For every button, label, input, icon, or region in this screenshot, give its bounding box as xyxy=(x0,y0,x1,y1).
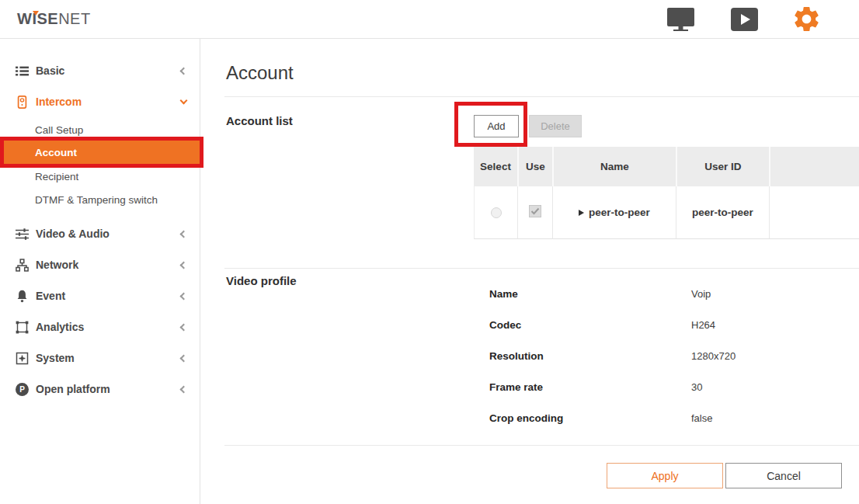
sidebar-subitem-dtmf-tampering[interactable]: DTMF & Tampering switch xyxy=(0,190,200,209)
use-cell xyxy=(517,186,552,239)
monitor-icon xyxy=(666,22,695,33)
add-button-wrap: Add xyxy=(474,115,519,137)
extra-cell xyxy=(769,186,859,239)
apply-button[interactable]: Apply xyxy=(607,463,723,488)
add-button[interactable]: Add xyxy=(474,115,519,137)
vp-row-crop-encoding: Crop encoding false xyxy=(489,410,691,426)
annotation-highlight-account xyxy=(0,137,203,168)
chevron-left-icon xyxy=(180,230,188,238)
sidebar-item-basic[interactable]: Basic xyxy=(0,61,200,81)
use-checkbox[interactable] xyxy=(529,205,541,217)
field-value: 1280x720 xyxy=(691,350,736,362)
field-label: Frame rate xyxy=(489,381,691,393)
section-divider xyxy=(224,268,859,269)
open-platform-icon: P xyxy=(16,383,29,396)
sidebar-item-intercom[interactable]: Intercom xyxy=(0,92,200,112)
sidebar-item-label: System xyxy=(36,352,75,364)
field-value: H264 xyxy=(691,319,715,331)
vp-row-resolution: Resolution 1280x720 xyxy=(489,348,691,363)
vp-row-frame-rate: Frame rate 30 xyxy=(489,379,691,395)
sidebar-subitem-label: Recipient xyxy=(35,171,78,182)
sidebar: Basic Intercom Call Setup Account Recipi… xyxy=(0,39,200,504)
sliders-icon xyxy=(16,228,29,241)
delete-button[interactable]: Delete xyxy=(529,115,582,137)
sidebar-subitem-recipient[interactable]: Recipient xyxy=(0,167,200,186)
playback-button[interactable] xyxy=(731,8,758,33)
expand-triangle-icon xyxy=(579,210,584,216)
video-profile-label: Video profile xyxy=(226,274,297,287)
chevron-left-icon xyxy=(180,385,188,393)
sidebar-item-label: Event xyxy=(36,290,65,302)
vp-row-name: Name Voip xyxy=(489,286,691,301)
sidebar-item-system[interactable]: System xyxy=(0,348,200,368)
chevron-down-icon xyxy=(180,97,188,105)
column-header-use: Use xyxy=(517,147,552,186)
account-list-label: Account list xyxy=(226,114,293,127)
column-header-select: Select xyxy=(474,147,517,186)
play-icon xyxy=(731,22,758,33)
name-cell[interactable]: peer-to-peer xyxy=(552,186,676,239)
sidebar-subitem-label: Account xyxy=(35,147,77,158)
title-divider xyxy=(224,96,859,97)
field-label: Crop encoding xyxy=(489,412,691,424)
chevron-left-icon xyxy=(180,323,188,331)
live-view-button[interactable] xyxy=(666,7,695,33)
sidebar-item-event[interactable]: Event xyxy=(0,286,200,306)
topbar: WISENET xyxy=(0,0,859,39)
field-label: Name xyxy=(489,288,691,300)
user-id-cell: peer-to-peer xyxy=(676,186,769,239)
sidebar-item-label: Intercom xyxy=(36,96,82,108)
logo-text-net: NET xyxy=(58,10,91,27)
select-cell xyxy=(474,186,517,239)
system-box-icon xyxy=(16,352,29,365)
logo-accent-triangle-icon xyxy=(33,11,39,16)
chevron-left-icon xyxy=(180,292,188,300)
sidebar-subitem-call-setup[interactable]: Call Setup xyxy=(0,120,200,139)
sidebar-item-video-audio[interactable]: Video & Audio xyxy=(0,224,200,244)
cancel-button[interactable]: Cancel xyxy=(725,463,842,488)
sidebar-subitem-label: Call Setup xyxy=(35,124,83,136)
field-value: 30 xyxy=(691,381,702,393)
field-label: Resolution xyxy=(489,350,691,362)
chevron-left-icon xyxy=(180,67,188,75)
account-table-header-row: Select Use Name User ID xyxy=(474,147,859,186)
chevron-left-icon xyxy=(180,261,188,269)
column-header-user-id: User ID xyxy=(676,147,769,186)
account-user-id: peer-to-peer xyxy=(692,207,753,218)
sidebar-item-label: Analytics xyxy=(36,321,84,333)
network-icon xyxy=(16,259,29,272)
footer-divider xyxy=(224,445,859,446)
table-row: peer-to-peer peer-to-peer xyxy=(474,186,859,239)
page-title: Account xyxy=(226,62,294,84)
column-header-name: Name xyxy=(552,147,676,186)
gear-icon xyxy=(791,25,822,36)
vp-row-codec: Codec H264 xyxy=(489,317,691,332)
field-value: Voip xyxy=(691,288,711,300)
settings-button[interactable] xyxy=(791,4,822,36)
sidebar-item-label: Open platform xyxy=(36,383,110,395)
sidebar-item-analytics[interactable]: Analytics xyxy=(0,317,200,337)
sidebar-subitem-account[interactable]: Account xyxy=(0,141,200,164)
bell-icon xyxy=(16,290,29,303)
sidebar-item-label: Network xyxy=(36,259,78,271)
field-label: Codec xyxy=(489,319,691,331)
app-window: WISENET xyxy=(0,0,859,504)
sidebar-item-label: Video & Audio xyxy=(36,228,110,240)
account-name: peer-to-peer xyxy=(589,207,650,218)
sidebar-subitem-label: DTMF & Tampering switch xyxy=(35,194,158,206)
main-content: Account Account list Add Delete Select U… xyxy=(200,39,859,504)
wisenet-logo: WISENET xyxy=(17,10,91,28)
sidebar-item-open-platform[interactable]: P Open platform xyxy=(0,379,200,399)
list-icon xyxy=(16,64,29,78)
sidebar-item-label: Basic xyxy=(36,64,64,77)
chevron-left-icon xyxy=(180,354,188,362)
account-table: Select Use Name User ID xyxy=(474,147,859,239)
field-value: false xyxy=(691,412,712,424)
column-header-extra xyxy=(769,147,859,186)
open-platform-letter: P xyxy=(16,383,29,396)
area-frame-icon xyxy=(16,321,29,334)
select-radio[interactable] xyxy=(491,207,502,218)
intercom-icon xyxy=(16,96,29,109)
sidebar-item-network[interactable]: Network xyxy=(0,255,200,275)
